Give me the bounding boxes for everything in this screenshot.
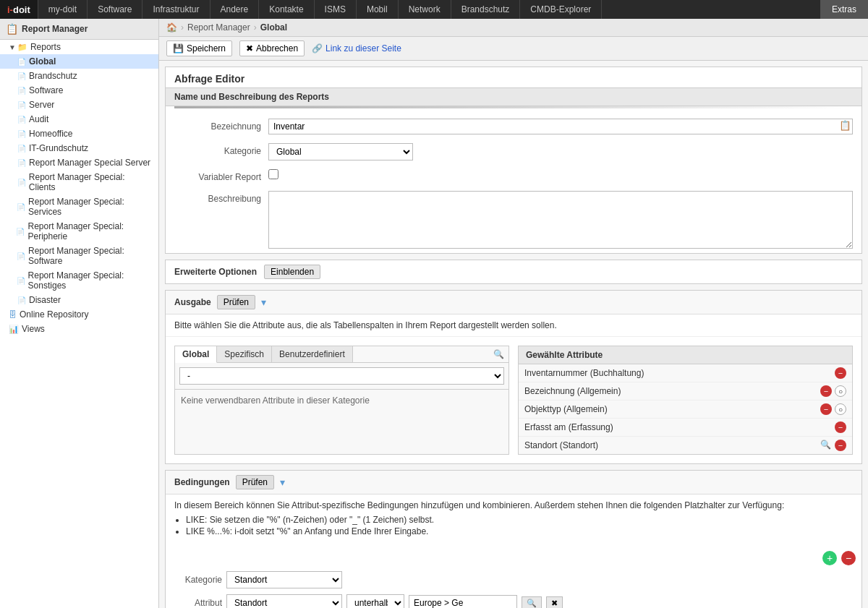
sidebar-item-reports[interactable]: ▼ 📁 Reports: [0, 40, 158, 54]
sidebar-item-online-repository[interactable]: 🗄 Online Repository: [0, 307, 158, 322]
attribute-dropdown-row: -: [175, 363, 509, 390]
condition-value-input[interactable]: [409, 595, 517, 608]
sidebar-item-label-disaster: Disaster: [29, 295, 61, 305]
attribute-selection: Global Spezifisch Benutzerdefiniert 🔍 - …: [166, 337, 861, 463]
attr-circle-bezeichnung[interactable]: ○: [835, 385, 846, 397]
sidebar-item-it-grundschutz[interactable]: 📄 IT-Grundschutz: [0, 141, 158, 155]
sidebar-item-rm-special-peripherie[interactable]: 📄 Report Manager Special: Peripherie: [0, 219, 158, 244]
sidebar-item-rm-special-sonstiges[interactable]: 📄 Report Manager Special: Sonstiges: [0, 268, 158, 293]
breadcrumb: 🏠 › Report Manager › Global: [159, 19, 868, 37]
doc-icon-audit: 📄: [17, 116, 26, 124]
sidebar-item-label-rm-special-server: Report Manager Special Server: [29, 158, 150, 168]
attribute-empty-text: Keine verwendbaren Attribute in dieser K…: [175, 390, 509, 411]
sidebar-item-rm-special-software[interactable]: 📄 Report Manager Special: Software: [0, 244, 158, 268]
sidebar-item-label-rm-special-sonstiges: Report Manager Special: Sonstiges: [28, 270, 153, 291]
beschreibung-textarea[interactable]: [268, 191, 853, 249]
doc-icon-brandschutz: 📄: [17, 72, 26, 80]
advanced-section: Erweiterte Optionen Einblenden: [165, 260, 862, 284]
doc-icon-disaster: 📄: [17, 296, 26, 304]
nav-item-software[interactable]: Software: [88, 0, 142, 19]
condition-attribut-select[interactable]: Standort: [226, 594, 342, 608]
bedingungen-prufen-btn[interactable]: Prüfen: [236, 475, 274, 489]
advanced-toggle-btn[interactable]: Einblenden: [264, 265, 320, 279]
app-logo[interactable]: i-doit: [0, 0, 38, 19]
attr-item-bezeichnung: Bezeichnung (Allgemein) − ○: [519, 382, 852, 401]
bedingungen-remove-btn[interactable]: −: [841, 551, 856, 565]
nav-item-cmdb-explorer[interactable]: CMDB-Explorer: [520, 0, 602, 19]
sidebar-item-rm-special-clients[interactable]: 📄 Report Manager Special: Clients: [0, 170, 158, 194]
kategorie-select[interactable]: Global: [268, 143, 413, 160]
nav-item-kontakte[interactable]: Kontakte: [259, 0, 314, 19]
tab-spezifisch[interactable]: Spezifisch: [217, 346, 272, 362]
sidebar-item-rm-special-services[interactable]: 📄 Report Manager Special: Services: [0, 194, 158, 219]
nav-item-my-doit[interactable]: my-doit: [38, 0, 88, 19]
nav-item-isms[interactable]: ISMS: [315, 0, 357, 19]
condition-kategorie-select[interactable]: Standort: [226, 571, 342, 588]
sidebar-item-homeoffice[interactable]: 📄 Homeoffice: [0, 127, 158, 141]
tab-global[interactable]: Global: [175, 346, 217, 363]
sidebar-item-label-rm-special-services: Report Manager Special: Services: [28, 197, 153, 217]
nav-item-network[interactable]: Network: [399, 0, 451, 19]
condition-search-btn[interactable]: 🔍: [522, 596, 542, 609]
save-label: Speichern: [187, 43, 226, 53]
selected-attributes-header: Gewählte Attribute: [519, 346, 852, 364]
condition-op-select[interactable]: unterhalb v: [346, 594, 404, 608]
ausgabe-prufen-btn[interactable]: Prüfen: [217, 295, 255, 309]
attr-remove-bezeichnung[interactable]: −: [820, 385, 832, 397]
sidebar-item-audit[interactable]: 📄 Audit: [0, 112, 158, 127]
sidebar-header: 📋 Report Manager: [0, 19, 158, 40]
home-icon[interactable]: 🏠: [166, 22, 177, 33]
bezeichnung-icon-btn[interactable]: 📋: [839, 120, 851, 131]
sidebar-item-server[interactable]: 📄 Server: [0, 98, 158, 112]
sidebar-item-global[interactable]: 📄 Global: [0, 54, 158, 69]
attr-remove-standort[interactable]: −: [835, 440, 846, 451]
ausgabe-instruction: Bitte wählen Sie die Attribute aus, die …: [166, 314, 861, 337]
variabler-control: [268, 169, 853, 179]
bedingungen-hint-1: LIKE: Sie setzen die "%" (n-Zeichen) ode…: [186, 515, 853, 525]
link-button[interactable]: 🔗 Link zu dieser Seite: [312, 43, 401, 53]
top-navigation: i-doit my-doit Software Infrastruktur An…: [0, 0, 868, 19]
variabler-checkbox[interactable]: [268, 169, 278, 179]
attr-item-standort: Standort (Standort) 🔍 −: [519, 437, 852, 454]
breadcrumb-global: Global: [260, 22, 287, 33]
cancel-icon: ✖: [246, 43, 253, 53]
kategorie-label: Kategorie: [174, 143, 261, 156]
sidebar-item-rm-special-server[interactable]: 📄 Report Manager Special Server: [0, 155, 158, 170]
bedingungen-body: In diesem Bereich können Sie Attribut-sp…: [166, 494, 861, 548]
sidebar-item-disaster[interactable]: 📄 Disaster: [0, 293, 158, 307]
attr-remove-inventarnummer[interactable]: −: [835, 367, 846, 379]
doc-icon-rm-special-sonstiges: 📄: [17, 277, 25, 285]
cancel-button[interactable]: ✖ Abbrechen: [239, 40, 305, 56]
attribute-tabs: Global Spezifisch Benutzerdefiniert 🔍: [175, 346, 509, 363]
form-subtitle: Name und Beschreibung des Reports: [166, 87, 861, 106]
doc-icon-rm-special-server: 📄: [17, 159, 26, 167]
tab-benutzerdefiniert[interactable]: Benutzerdefiniert: [272, 346, 353, 362]
nav-extras[interactable]: Extras: [820, 0, 868, 19]
nav-item-brandschutz[interactable]: Brandschutz: [451, 0, 521, 19]
bezeichnung-input[interactable]: [268, 119, 853, 134]
sidebar-item-brandschutz[interactable]: 📄 Brandschutz: [0, 69, 158, 83]
logo-text: doit: [13, 4, 30, 15]
attr-circle-objekttyp[interactable]: ○: [835, 403, 846, 415]
sidebar-item-label-views: Views: [22, 324, 45, 334]
attr-remove-erfasst[interactable]: −: [835, 421, 846, 433]
attribute-picker: Global Spezifisch Benutzerdefiniert 🔍 - …: [174, 346, 509, 455]
attr-search-standort[interactable]: 🔍: [820, 440, 832, 451]
condition-clear-btn[interactable]: ✖: [546, 596, 563, 609]
breadcrumb-report-manager[interactable]: Report Manager: [187, 22, 250, 33]
ausgabe-chevron-icon: ▾: [261, 296, 266, 308]
nav-item-infrastruktur[interactable]: Infrastruktur: [142, 0, 210, 19]
variabler-label: Variabler Report: [174, 169, 261, 182]
attr-item-erfasst: Erfasst am (Erfassung) −: [519, 419, 852, 437]
nav-items: my-doit Software Infrastruktur Andere Ko…: [38, 0, 820, 19]
attr-remove-objekttyp[interactable]: −: [820, 403, 832, 415]
sidebar-item-software[interactable]: 📄 Software: [0, 83, 158, 98]
bedingungen-add-btn[interactable]: +: [822, 551, 837, 565]
save-button[interactable]: 💾 Speichern: [166, 40, 232, 56]
sidebar-item-views[interactable]: 📊 Views: [0, 322, 158, 336]
nav-item-andere[interactable]: Andere: [210, 0, 260, 19]
nav-item-mobil[interactable]: Mobil: [357, 0, 399, 19]
attribute-dropdown[interactable]: -: [179, 367, 504, 385]
tree-toggle-reports: ▼: [9, 43, 16, 51]
tab-search-icon[interactable]: 🔍: [489, 346, 509, 362]
